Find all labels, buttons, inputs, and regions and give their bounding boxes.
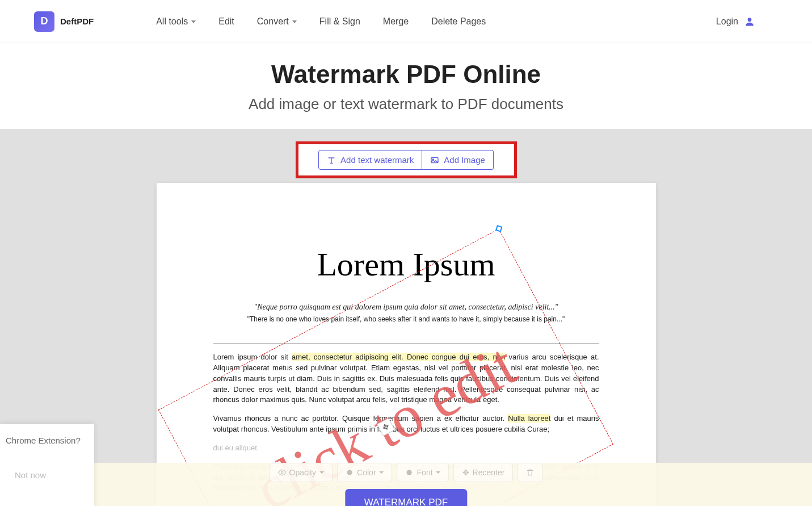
login-area[interactable]: Login xyxy=(716,16,755,27)
pdf-page: Lorem Ipsum "Neque porro quisquam est qu… xyxy=(157,183,656,506)
text-icon xyxy=(327,156,336,165)
svg-point-0 xyxy=(748,18,752,22)
svg-point-5 xyxy=(407,470,412,475)
document-paragraph-2: Vivamus rhoncus a nunc ac porttitor. Qui… xyxy=(213,413,599,435)
svg-point-3 xyxy=(281,471,283,474)
font-icon xyxy=(406,469,414,476)
document-paragraph-1: Lorem ipsum dolor sit amet, consectetur … xyxy=(213,352,599,405)
color-button[interactable]: Color xyxy=(337,463,392,482)
divider xyxy=(213,344,599,344)
title-area: Watermark PDF Online Add image or text w… xyxy=(0,43,812,129)
svg-point-4 xyxy=(347,470,352,475)
chevron-down-icon xyxy=(436,471,441,474)
nav-fill-sign[interactable]: Fill & Sign xyxy=(319,16,360,27)
chevron-down-icon xyxy=(292,20,297,23)
button-label: Add Image xyxy=(444,155,485,165)
move-icon: ✥ xyxy=(462,468,469,477)
chevron-down-icon xyxy=(319,471,324,474)
user-icon xyxy=(744,16,755,27)
nav-delete-pages[interactable]: Delete Pages xyxy=(431,16,486,27)
add-text-watermark-button[interactable]: Add text watermark xyxy=(318,150,422,170)
nav-label: Convert xyxy=(257,16,289,27)
nav: All tools Edit Convert Fill & Sign Merge… xyxy=(156,16,486,27)
logo-icon[interactable]: D xyxy=(34,11,54,32)
font-button[interactable]: Font xyxy=(397,463,449,482)
nav-convert[interactable]: Convert xyxy=(257,16,297,27)
watermark-actions: Add text watermark Add Image xyxy=(318,150,494,170)
nav-all-tools[interactable]: All tools xyxy=(156,16,196,27)
document-faded-line: dui eu aliquet. xyxy=(213,443,599,454)
palette-icon xyxy=(346,469,354,476)
recenter-button[interactable]: ✥Recenter xyxy=(454,463,514,482)
page-title: Watermark PDF Online xyxy=(0,60,812,89)
opacity-button[interactable]: Opacity xyxy=(270,463,333,482)
watermark-toolbar: Opacity Color Font ✥Recenter xyxy=(270,463,543,482)
not-now-button[interactable]: Not now xyxy=(15,470,89,480)
highlighted-text: amet, consectetur adipiscing elit. Donec… xyxy=(292,353,505,361)
login-text: Login xyxy=(716,16,738,27)
document-subquote: "There is no one who loves pain itself, … xyxy=(213,315,599,323)
delete-button[interactable] xyxy=(518,463,542,482)
nav-edit[interactable]: Edit xyxy=(218,16,234,27)
document-quote: "Neque porro quisquam est qui dolorem ip… xyxy=(213,303,599,312)
add-image-button[interactable]: Add Image xyxy=(422,150,494,170)
trash-icon xyxy=(526,469,534,476)
eye-icon xyxy=(278,469,286,476)
chevron-down-icon xyxy=(380,471,384,474)
workspace: Add text watermark Add Image Lorem Ipsum… xyxy=(0,129,812,506)
popup-title: Chrome Extension? xyxy=(6,436,89,445)
image-icon xyxy=(430,156,439,165)
highlight-annotation: Add text watermark Add Image xyxy=(296,141,517,178)
chrome-extension-popup: Chrome Extension? Not now xyxy=(0,424,94,506)
button-label: Add text watermark xyxy=(340,155,414,165)
page-subtitle: Add image or text watermark to PDF docum… xyxy=(0,95,812,113)
highlighted-text: Nulla laoreet xyxy=(508,414,550,423)
document-title: Lorem Ipsum xyxy=(213,245,599,283)
nav-label: All tools xyxy=(156,16,188,27)
chevron-down-icon xyxy=(191,20,196,23)
watermark-pdf-button[interactable]: WATERMARK PDF xyxy=(345,489,467,506)
logo-text[interactable]: DeftPDF xyxy=(60,16,94,26)
header: D DeftPDF All tools Edit Convert Fill & … xyxy=(0,0,812,43)
logo-letter: D xyxy=(41,15,48,27)
nav-merge[interactable]: Merge xyxy=(383,16,409,27)
